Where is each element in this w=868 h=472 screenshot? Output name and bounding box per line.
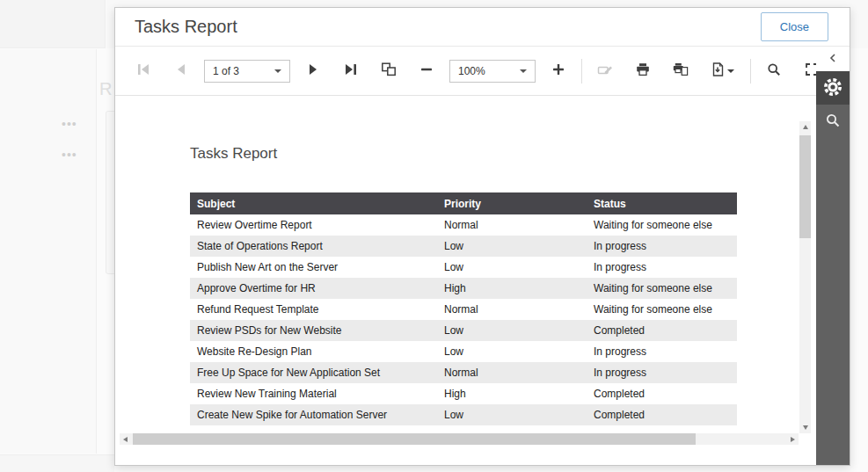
cell-status: In progress	[587, 341, 737, 362]
triangle-down-icon	[803, 425, 808, 430]
search-tab-button[interactable]	[816, 105, 850, 138]
previous-page-button[interactable]	[166, 58, 196, 84]
print-page-icon	[673, 62, 689, 79]
highlight-editing-fields-button[interactable]	[590, 58, 620, 84]
dialog-header: Tasks Report Close	[115, 8, 850, 47]
highlight-fields-icon	[597, 62, 613, 79]
cell-priority: High	[437, 383, 587, 404]
report-table: Subject Priority Status Review Overtime …	[190, 192, 737, 425]
document-preview: Tasks Report Subject Priority Status Rev…	[115, 96, 818, 465]
fullscreen-button[interactable]	[797, 58, 816, 84]
horizontal-scrollbar[interactable]	[120, 433, 799, 445]
table-row: Website Re-Design PlanLowIn progress	[190, 341, 737, 362]
cell-subject: Free Up Space for New Application Set	[190, 362, 437, 383]
cell-subject: Review PSDs for New Website	[190, 320, 437, 341]
vertical-scrollbar[interactable]	[799, 121, 811, 433]
multipage-icon	[381, 62, 397, 79]
scroll-down-button[interactable]	[799, 422, 811, 433]
first-page-button[interactable]	[128, 58, 158, 84]
triangle-up-icon	[803, 125, 808, 129]
horizontal-scroll-thumb[interactable]	[133, 433, 696, 445]
col-header-priority: Priority	[437, 192, 587, 214]
right-panel	[816, 47, 850, 465]
table-row: Free Up Space for New Application SetNor…	[190, 362, 737, 383]
scroll-left-button[interactable]	[120, 433, 131, 445]
cell-status: Waiting for someone else	[587, 278, 737, 299]
cell-priority: Low	[437, 257, 587, 278]
zoom-out-button[interactable]	[412, 58, 441, 84]
chevron-left-icon	[828, 53, 838, 66]
chevron-down-icon	[520, 69, 527, 73]
cell-status: Completed	[587, 383, 737, 404]
next-page-icon	[306, 62, 320, 79]
previous-page-icon	[174, 62, 188, 79]
zoom-in-button[interactable]	[543, 58, 573, 84]
table-row: Approve Overtime for HRHighWaiting for s…	[190, 278, 737, 299]
print-button[interactable]	[628, 58, 658, 84]
settings-tab-button[interactable]	[816, 71, 850, 105]
cell-subject: Website Re-Design Plan	[190, 341, 437, 362]
cell-subject: Review Overtime Report	[190, 214, 437, 236]
page-selector-value: 1 of 3	[213, 65, 239, 77]
cell-subject: State of Operations Report	[190, 236, 437, 257]
table-row: Review Overtime ReportNormalWaiting for …	[190, 214, 737, 236]
panel-body	[816, 71, 850, 465]
vertical-scroll-thumb[interactable]	[799, 135, 811, 238]
export-icon	[711, 62, 724, 79]
cell-subject: Refund Request Template	[190, 299, 437, 320]
report-page: Tasks Report Subject Priority Status Rev…	[190, 144, 737, 425]
scroll-right-button[interactable]	[787, 433, 799, 445]
cell-status: Completed	[587, 404, 737, 425]
toolbar: 1 of 3 100%	[115, 47, 816, 96]
zoom-dropdown[interactable]: 100%	[449, 60, 536, 83]
multipage-view-button[interactable]	[374, 58, 404, 84]
col-header-subject: Subject	[190, 192, 437, 214]
table-row: Create New Spike for Automation ServerLo…	[190, 404, 737, 425]
triangle-right-icon	[791, 437, 795, 442]
cell-priority: High	[437, 278, 587, 299]
zoom-value: 100%	[458, 65, 485, 77]
chevron-down-icon	[727, 69, 734, 73]
scroll-up-button[interactable]	[799, 121, 811, 133]
table-row: Publish New Art on the ServerLowIn progr…	[190, 257, 737, 278]
search-icon	[767, 62, 781, 79]
collapse-panel-button[interactable]	[816, 47, 850, 71]
cell-subject: Review New Training Material	[190, 383, 437, 404]
cell-status: Waiting for someone else	[587, 214, 737, 236]
toolbar-separator	[581, 59, 582, 84]
table-row: Review PSDs for New WebsiteLowCompleted	[190, 320, 737, 341]
next-page-button[interactable]	[298, 58, 328, 84]
cell-priority: Normal	[437, 362, 587, 383]
cell-subject: Publish New Art on the Server	[190, 257, 437, 278]
last-page-button[interactable]	[336, 58, 366, 84]
cell-status: In progress	[587, 257, 737, 278]
close-button[interactable]: Close	[761, 12, 828, 41]
triangle-left-icon	[123, 437, 128, 442]
minus-icon	[419, 62, 434, 79]
cell-priority: Low	[437, 236, 587, 257]
col-header-status: Status	[587, 192, 737, 214]
page-selector-dropdown[interactable]: 1 of 3	[204, 60, 290, 83]
tasks-report-dialog: Tasks Report Close 1 of 3	[114, 7, 850, 466]
export-button[interactable]	[704, 58, 742, 84]
cell-status: Completed	[587, 320, 737, 341]
cell-priority: Low	[437, 404, 587, 425]
cell-subject: Create New Spike for Automation Server	[190, 404, 437, 425]
cell-priority: Low	[437, 341, 587, 362]
print-page-button[interactable]	[666, 58, 696, 84]
last-page-icon	[343, 62, 359, 79]
cell-priority: Normal	[437, 299, 587, 320]
table-header-row: Subject Priority Status	[190, 192, 737, 214]
search-icon	[825, 113, 841, 131]
printer-icon	[636, 62, 650, 79]
cell-status: In progress	[587, 236, 737, 257]
table-row: Review New Training MaterialHighComplete…	[190, 383, 737, 404]
screen: R ••• ••• Tasks Report Close 1 of 3	[0, 0, 868, 472]
search-button[interactable]	[759, 58, 789, 84]
table-row: State of Operations ReportLowIn progress	[190, 236, 737, 257]
cell-subject: Approve Overtime for HR	[190, 278, 437, 299]
chevron-down-icon	[274, 69, 281, 73]
cell-priority: Normal	[437, 214, 587, 236]
gear-icon	[823, 77, 842, 99]
first-page-icon	[135, 62, 151, 79]
